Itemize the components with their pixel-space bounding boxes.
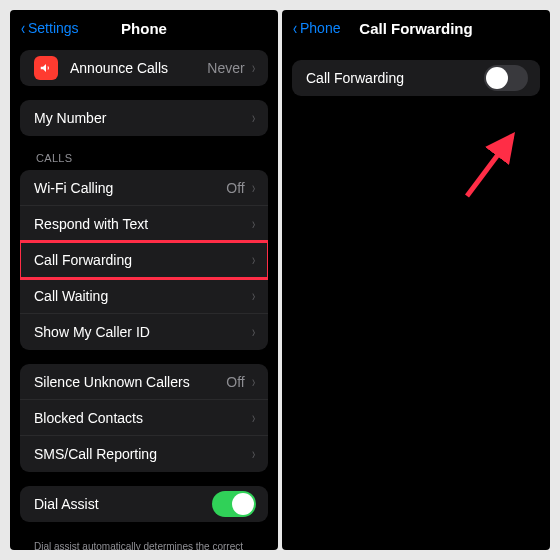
- row-label: Announce Calls: [70, 60, 207, 76]
- announce-calls-row[interactable]: Announce Calls Never ›: [20, 50, 268, 86]
- row-value: Off: [226, 374, 244, 390]
- row-label: My Number: [34, 110, 251, 126]
- row-label: Call Forwarding: [306, 70, 484, 86]
- content-area: Call Forwarding: [282, 46, 550, 124]
- chevron-right-icon: ›: [252, 409, 255, 427]
- row-label: Dial Assist: [34, 496, 212, 512]
- call-forwarding-toggle-row[interactable]: Call Forwarding: [292, 60, 540, 96]
- row-label: Silence Unknown Callers: [34, 374, 226, 390]
- chevron-left-icon: ‹: [21, 19, 25, 37]
- back-label: Phone: [300, 20, 340, 36]
- svg-line-0: [467, 136, 512, 196]
- row-value: Off: [226, 180, 244, 196]
- blocked-contacts-row[interactable]: Blocked Contacts ›: [20, 400, 268, 436]
- row-label: Respond with Text: [34, 216, 251, 232]
- chevron-right-icon: ›: [252, 179, 255, 197]
- respond-with-text-row[interactable]: Respond with Text ›: [20, 206, 268, 242]
- call-forwarding-row[interactable]: Call Forwarding ›: [20, 242, 268, 278]
- back-button[interactable]: ‹ Phone: [292, 19, 340, 37]
- dial-assist-group: Dial Assist: [20, 486, 268, 522]
- navigation-bar: ‹ Phone Call Forwarding: [282, 10, 550, 46]
- call-forwarding-screen: ‹ Phone Call Forwarding Call Forwarding: [282, 10, 550, 550]
- my-number-row[interactable]: My Number ›: [20, 100, 268, 136]
- call-forwarding-toggle[interactable]: [484, 65, 528, 91]
- navigation-bar: ‹ Settings Phone: [10, 10, 278, 46]
- silence-unknown-row[interactable]: Silence Unknown Callers Off ›: [20, 364, 268, 400]
- call-forwarding-group: Call Forwarding: [292, 60, 540, 96]
- toggle-knob: [232, 493, 254, 515]
- toggle-knob: [486, 67, 508, 89]
- dial-assist-toggle[interactable]: [212, 491, 256, 517]
- settings-list: Announce Calls Never › My Number › Calls…: [10, 46, 278, 550]
- chevron-right-icon: ›: [252, 323, 255, 341]
- back-button[interactable]: ‹ Settings: [20, 19, 79, 37]
- chevron-right-icon: ›: [252, 59, 255, 77]
- row-label: Show My Caller ID: [34, 324, 251, 340]
- row-label: SMS/Call Reporting: [34, 446, 251, 462]
- dial-assist-row[interactable]: Dial Assist: [20, 486, 268, 522]
- chevron-right-icon: ›: [252, 373, 255, 391]
- chevron-left-icon: ‹: [293, 19, 297, 37]
- phone-settings-screen: ‹ Settings Phone Announce Calls Never › …: [10, 10, 278, 550]
- announce-group: Announce Calls Never ›: [20, 50, 268, 86]
- chevron-right-icon: ›: [252, 109, 255, 127]
- row-value: Never: [207, 60, 244, 76]
- chevron-right-icon: ›: [252, 215, 255, 233]
- call-waiting-row[interactable]: Call Waiting ›: [20, 278, 268, 314]
- calls-section-header: Calls: [20, 150, 268, 170]
- chevron-right-icon: ›: [252, 251, 255, 269]
- spam-group: Silence Unknown Callers Off › Blocked Co…: [20, 364, 268, 472]
- sms-call-reporting-row[interactable]: SMS/Call Reporting ›: [20, 436, 268, 472]
- annotation-arrow-icon: [457, 126, 537, 206]
- announce-icon: [34, 56, 58, 80]
- chevron-right-icon: ›: [252, 287, 255, 305]
- back-label: Settings: [28, 20, 79, 36]
- row-label: Blocked Contacts: [34, 410, 251, 426]
- page-title: Call Forwarding: [359, 20, 472, 37]
- page-title: Phone: [121, 20, 167, 37]
- row-label: Call Forwarding: [34, 252, 251, 268]
- row-label: Wi-Fi Calling: [34, 180, 226, 196]
- row-label: Call Waiting: [34, 288, 251, 304]
- chevron-right-icon: ›: [252, 445, 255, 463]
- calls-group: Wi-Fi Calling Off › Respond with Text › …: [20, 170, 268, 350]
- dial-assist-footer: Dial assist automatically determines the…: [20, 536, 268, 550]
- show-caller-id-row[interactable]: Show My Caller ID ›: [20, 314, 268, 350]
- wifi-calling-row[interactable]: Wi-Fi Calling Off ›: [20, 170, 268, 206]
- mynumber-group: My Number ›: [20, 100, 268, 136]
